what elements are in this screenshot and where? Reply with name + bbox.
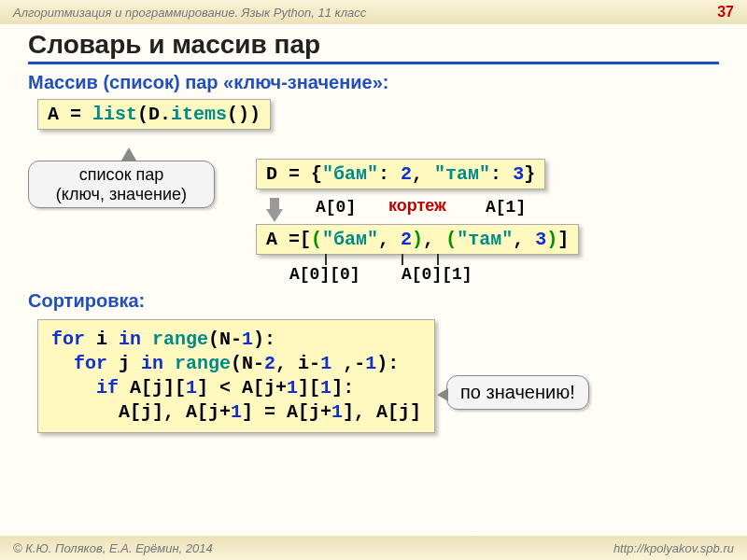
copyright: © К.Ю. Поляков, Е.А. Ерёмин, 2014 (13, 541, 213, 555)
pointer-line (437, 254, 439, 265)
bubble-tail (121, 147, 136, 161)
label-a0: A[0] (316, 198, 356, 217)
code-dict-literal: D = {"бам": 2, "там": 3} (256, 159, 545, 189)
slide-footer: © К.Ю. Поляков, Е.А. Ерёмин, 2014 http:/… (0, 536, 747, 560)
slide-header: Алгоритмизация и программирование. Язык … (0, 0, 747, 24)
label-tuple: кортеж (388, 196, 446, 216)
code-list-items: A = list(D.items()) (37, 99, 271, 130)
bubble-list-pairs: список пар (ключ, значение) (28, 161, 215, 208)
label-a1: A[1] (486, 198, 526, 217)
bubble-tail-left (437, 388, 448, 401)
course-title: Алгоритмизация и программирование. Язык … (13, 6, 366, 20)
bubble-by-value: по значению! (446, 375, 589, 410)
pointer-line (325, 254, 327, 265)
label-a01: A[0][1] (402, 265, 472, 284)
slide-title: Словарь и массив пар (28, 30, 719, 64)
bubble-line1: список пар (40, 165, 203, 185)
bubble-line2: (ключ, значение) (40, 185, 203, 204)
label-a00: A[0][0] (289, 265, 360, 284)
code-sort-loop: for i in range(N-1): for j in range(N-2,… (37, 319, 435, 433)
pointer-line (402, 254, 403, 265)
arrow-down-icon (266, 209, 283, 222)
subtitle-array-pairs: Массив (список) пар «ключ-значение»: (28, 72, 719, 93)
footer-url: http://kpolyakov.spb.ru (613, 541, 734, 555)
subtitle-sort: Сортировка: (28, 290, 145, 312)
code-array-tuples: A =[("бам", 2), ("там", 3)] (256, 224, 579, 255)
page-number: 37 (717, 4, 734, 21)
